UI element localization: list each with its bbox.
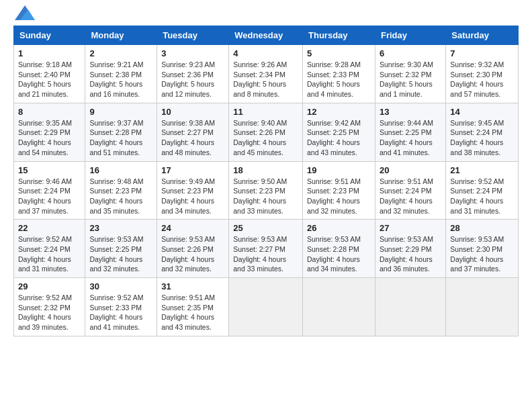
calendar-week-2: 8 Sunrise: 9:35 AM Sunset: 2:29 PM Dayli… [14, 103, 519, 161]
day-info: Sunrise: 9:53 AM Sunset: 2:26 PM Dayligh… [161, 234, 224, 274]
calendar-cell: 27 Sunrise: 9:53 AM Sunset: 2:29 PM Dayl… [375, 220, 445, 278]
daylight-label: Daylight: 4 hours and 31 minutes. [450, 197, 503, 215]
calendar-cell: 21 Sunrise: 9:52 AM Sunset: 2:24 PM Dayl… [446, 161, 519, 220]
calendar-cell: 19 Sunrise: 9:51 AM Sunset: 2:23 PM Dayl… [303, 161, 375, 220]
sunrise-label: Sunrise: 9:52 AM [18, 235, 72, 243]
daylight-label: Daylight: 4 hours and 32 minutes. [380, 197, 433, 215]
sunrise-label: Sunrise: 9:23 AM [161, 60, 215, 68]
day-info: Sunrise: 9:21 AM Sunset: 2:38 PM Dayligh… [89, 60, 152, 99]
day-info: Sunrise: 9:53 AM Sunset: 2:28 PM Dayligh… [307, 234, 371, 274]
calendar-cell: 16 Sunrise: 9:48 AM Sunset: 2:23 PM Dayl… [85, 161, 157, 220]
day-number: 14 [450, 107, 514, 117]
sunrise-label: Sunrise: 9:46 AM [18, 177, 72, 185]
sunset-label: Sunset: 2:24 PM [450, 187, 502, 195]
day-info: Sunrise: 9:53 AM Sunset: 2:25 PM Dayligh… [89, 234, 152, 274]
daylight-label: Daylight: 5 hours and 16 minutes. [89, 80, 142, 98]
sunset-label: Sunset: 2:24 PM [18, 245, 71, 253]
daylight-label: Daylight: 5 hours and 8 minutes. [233, 80, 286, 98]
day-info: Sunrise: 9:37 AM Sunset: 2:28 PM Dayligh… [89, 118, 152, 158]
sunset-label: Sunset: 2:24 PM [450, 128, 502, 136]
sunrise-label: Sunrise: 9:53 AM [89, 235, 143, 243]
daylight-label: Daylight: 4 hours and 39 minutes. [18, 313, 71, 331]
sunset-label: Sunset: 2:30 PM [450, 245, 502, 253]
calendar-cell: 17 Sunrise: 9:49 AM Sunset: 2:23 PM Dayl… [157, 161, 229, 220]
day-info: Sunrise: 9:26 AM Sunset: 2:34 PM Dayligh… [233, 60, 298, 99]
sunset-label: Sunset: 2:23 PM [161, 187, 214, 195]
day-number: 7 [450, 48, 514, 58]
col-header-wednesday: Wednesday [229, 26, 303, 45]
calendar-week-3: 15 Sunrise: 9:46 AM Sunset: 2:24 PM Dayl… [14, 161, 519, 220]
sunset-label: Sunset: 2:33 PM [307, 71, 359, 79]
day-info: Sunrise: 9:53 AM Sunset: 2:30 PM Dayligh… [450, 234, 514, 274]
sunrise-label: Sunrise: 9:45 AM [450, 119, 504, 127]
sunset-label: Sunset: 2:23 PM [307, 187, 359, 195]
sunrise-label: Sunrise: 9:48 AM [89, 177, 143, 185]
sunset-label: Sunset: 2:26 PM [161, 245, 214, 253]
daylight-label: Daylight: 4 hours and 51 minutes. [89, 138, 142, 156]
calendar-cell: 29 Sunrise: 9:52 AM Sunset: 2:32 PM Dayl… [14, 278, 85, 336]
calendar-cell: 22 Sunrise: 9:52 AM Sunset: 2:24 PM Dayl… [14, 220, 85, 278]
day-info: Sunrise: 9:46 AM Sunset: 2:24 PM Dayligh… [18, 177, 81, 216]
calendar-cell: 13 Sunrise: 9:44 AM Sunset: 2:25 PM Dayl… [375, 103, 445, 161]
day-number: 11 [233, 107, 298, 117]
day-number: 18 [233, 165, 298, 175]
daylight-label: Daylight: 4 hours and 34 minutes. [307, 255, 360, 273]
calendar-cell: 3 Sunrise: 9:23 AM Sunset: 2:36 PM Dayli… [157, 45, 229, 103]
sunrise-label: Sunrise: 9:51 AM [161, 293, 215, 302]
daylight-label: Daylight: 4 hours and 32 minutes. [307, 197, 360, 215]
calendar-cell: 26 Sunrise: 9:53 AM Sunset: 2:28 PM Dayl… [303, 220, 375, 278]
day-info: Sunrise: 9:45 AM Sunset: 2:24 PM Dayligh… [450, 118, 514, 158]
calendar-cell: 4 Sunrise: 9:26 AM Sunset: 2:34 PM Dayli… [229, 45, 303, 103]
sunrise-label: Sunrise: 9:51 AM [380, 177, 433, 185]
calendar-cell [303, 278, 375, 336]
calendar: SundayMondayTuesdayWednesdayThursdayFrid… [13, 26, 519, 336]
day-number: 2 [89, 48, 152, 58]
sunrise-label: Sunrise: 9:53 AM [307, 235, 361, 243]
day-info: Sunrise: 9:18 AM Sunset: 2:40 PM Dayligh… [18, 60, 81, 99]
sunset-label: Sunset: 2:32 PM [18, 304, 71, 312]
sunrise-label: Sunrise: 9:53 AM [450, 235, 504, 243]
sunrise-label: Sunrise: 9:37 AM [89, 119, 143, 127]
daylight-label: Daylight: 4 hours and 37 minutes. [18, 197, 71, 215]
sunset-label: Sunset: 2:40 PM [18, 71, 71, 79]
calendar-cell: 10 Sunrise: 9:38 AM Sunset: 2:27 PM Dayl… [157, 103, 229, 161]
day-number: 26 [307, 223, 371, 233]
sunrise-label: Sunrise: 9:52 AM [450, 177, 504, 185]
day-number: 31 [161, 281, 224, 291]
day-number: 17 [161, 165, 224, 175]
day-number: 15 [18, 165, 81, 175]
daylight-label: Daylight: 4 hours and 54 minutes. [18, 138, 71, 156]
calendar-cell: 6 Sunrise: 9:30 AM Sunset: 2:32 PM Dayli… [375, 45, 445, 103]
daylight-label: Daylight: 5 hours and 4 minutes. [307, 80, 360, 98]
sunset-label: Sunset: 2:27 PM [233, 245, 285, 253]
sunrise-label: Sunrise: 9:53 AM [380, 235, 433, 243]
sunset-label: Sunset: 2:29 PM [380, 245, 432, 253]
day-info: Sunrise: 9:40 AM Sunset: 2:26 PM Dayligh… [233, 118, 298, 158]
day-number: 30 [89, 281, 152, 291]
col-header-sunday: Sunday [14, 26, 85, 45]
day-number: 25 [233, 223, 298, 233]
day-number: 13 [380, 107, 441, 117]
sunset-label: Sunset: 2:30 PM [450, 71, 502, 79]
sunset-label: Sunset: 2:28 PM [89, 128, 142, 136]
day-info: Sunrise: 9:42 AM Sunset: 2:25 PM Dayligh… [307, 118, 371, 158]
sunrise-label: Sunrise: 9:52 AM [18, 293, 72, 302]
sunset-label: Sunset: 2:29 PM [18, 128, 71, 136]
daylight-label: Daylight: 4 hours and 36 minutes. [380, 255, 433, 273]
daylight-label: Daylight: 4 hours and 33 minutes. [233, 197, 286, 215]
day-number: 29 [18, 281, 81, 291]
calendar-cell: 18 Sunrise: 9:50 AM Sunset: 2:23 PM Dayl… [229, 161, 303, 220]
calendar-cell: 11 Sunrise: 9:40 AM Sunset: 2:26 PM Dayl… [229, 103, 303, 161]
sunset-label: Sunset: 2:25 PM [380, 128, 432, 136]
daylight-label: Daylight: 4 hours and 43 minutes. [161, 313, 214, 331]
daylight-label: Daylight: 4 hours and 57 minutes. [450, 80, 503, 98]
calendar-cell: 9 Sunrise: 9:37 AM Sunset: 2:28 PM Dayli… [85, 103, 157, 161]
sunrise-label: Sunrise: 9:21 AM [89, 60, 143, 68]
day-number: 8 [18, 107, 81, 117]
calendar-cell [229, 278, 303, 336]
sunrise-label: Sunrise: 9:28 AM [307, 60, 361, 68]
day-info: Sunrise: 9:50 AM Sunset: 2:23 PM Dayligh… [233, 177, 298, 216]
day-info: Sunrise: 9:53 AM Sunset: 2:29 PM Dayligh… [380, 234, 441, 274]
sunset-label: Sunset: 2:23 PM [233, 187, 285, 195]
calendar-cell: 12 Sunrise: 9:42 AM Sunset: 2:25 PM Dayl… [303, 103, 375, 161]
